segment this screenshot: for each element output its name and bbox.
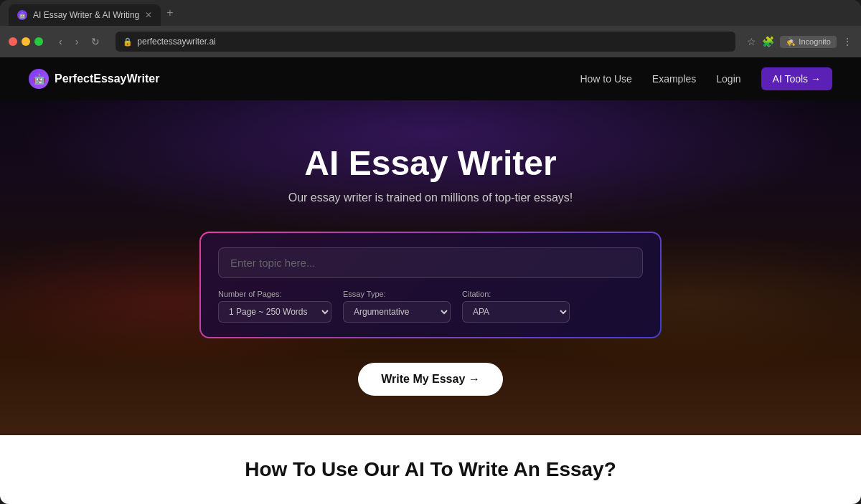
site-nav-links: How to Use Examples Login AI Tools → — [580, 67, 832, 90]
tab-title: AI Essay Writer & AI Writing — [33, 10, 139, 20]
nav-examples[interactable]: Examples — [652, 73, 696, 85]
ai-tools-button[interactable]: AI Tools → — [761, 67, 832, 90]
write-essay-button[interactable]: Write My Essay → — [358, 363, 503, 396]
site-navbar: 🤖 PerfectEssayWriter How to Use Examples… — [0, 57, 861, 100]
tab-bar: 🤖 AI Essay Writer & AI Writing ✕ + — [0, 0, 861, 26]
brand-name: PerfectEssayWriter — [55, 72, 159, 85]
incognito-label: Incognito — [799, 37, 831, 46]
maximize-traffic-light[interactable] — [34, 37, 43, 46]
incognito-badge: 🕵 Incognito — [780, 36, 837, 48]
website-content: 🤖 PerfectEssayWriter How to Use Examples… — [0, 57, 861, 504]
topic-input[interactable] — [218, 247, 643, 278]
hero-section: AI Essay Writer Our essay writer is trai… — [0, 100, 861, 435]
nav-how-to-use[interactable]: How to Use — [580, 73, 631, 85]
citation-label: Citation: — [462, 290, 570, 298]
browser-nav: ‹ › ↻ — [55, 33, 104, 50]
hero-subtitle: Our essay writer is trained on millions … — [288, 191, 573, 204]
essay-type-group: Essay Type: Argumentative Expository Per… — [343, 290, 451, 323]
essay-form-wrapper: Number of Pages: 1 Page ~ 250 Words 2 Pa… — [201, 233, 660, 337]
bookmark-icon[interactable]: ☆ — [747, 36, 756, 47]
active-tab[interactable]: 🤖 AI Essay Writer & AI Writing ✕ — [9, 4, 161, 26]
tab-close-button[interactable]: ✕ — [145, 10, 152, 20]
logo-icon: 🤖 — [29, 69, 49, 89]
forward-button[interactable]: › — [71, 33, 83, 50]
browser-toolbar: ‹ › ↻ 🔒 perfectessaywriter.ai ☆ 🧩 🕵 Inco… — [0, 26, 861, 57]
toolbar-icons: ☆ 🧩 🕵 Incognito ⋮ — [747, 36, 852, 48]
reload-button[interactable]: ↻ — [87, 33, 104, 50]
url-display: perfectessaywriter.ai — [137, 37, 215, 47]
citation-select[interactable]: APA MLA Chicago — [462, 301, 570, 323]
address-bar[interactable]: 🔒 perfectessaywriter.ai — [116, 32, 735, 52]
back-button[interactable]: ‹ — [55, 33, 67, 50]
essay-type-select[interactable]: Argumentative Expository Persuasive Narr… — [343, 301, 451, 323]
nav-login[interactable]: Login — [716, 73, 740, 85]
write-btn-label: Write My Essay → — [381, 373, 480, 386]
essay-type-label: Essay Type: — [343, 290, 451, 298]
close-traffic-light[interactable] — [9, 37, 17, 46]
bottom-section: How To Use Our AI To Write An Essay? — [0, 435, 861, 504]
site-logo: 🤖 PerfectEssayWriter — [29, 69, 159, 89]
tab-favicon: 🤖 — [17, 10, 27, 20]
logo-emoji: 🤖 — [33, 73, 45, 85]
menu-icon[interactable]: ⋮ — [842, 36, 852, 47]
traffic-lights — [9, 37, 43, 46]
essay-form-box: Number of Pages: 1 Page ~ 250 Words 2 Pa… — [201, 233, 660, 337]
extensions-icon[interactable]: 🧩 — [762, 36, 774, 47]
pages-group: Number of Pages: 1 Page ~ 250 Words 2 Pa… — [218, 290, 331, 323]
browser-frame: 🤖 AI Essay Writer & AI Writing ✕ + ‹ › ↻… — [0, 0, 861, 504]
bottom-title: How To Use Our AI To Write An Essay? — [245, 458, 616, 481]
form-selects: Number of Pages: 1 Page ~ 250 Words 2 Pa… — [218, 290, 643, 323]
pages-label: Number of Pages: — [218, 290, 331, 298]
hero-title: AI Essay Writer — [304, 143, 556, 183]
citation-group: Citation: APA MLA Chicago — [462, 290, 570, 323]
address-bar-container: 🔒 perfectessaywriter.ai — [116, 32, 735, 52]
incognito-icon: 🕵 — [786, 37, 796, 47]
new-tab-button[interactable]: + — [166, 6, 173, 19]
pages-select[interactable]: 1 Page ~ 250 Words 2 Pages ~ 500 Words 3… — [218, 301, 331, 323]
minimize-traffic-light[interactable] — [22, 37, 30, 46]
